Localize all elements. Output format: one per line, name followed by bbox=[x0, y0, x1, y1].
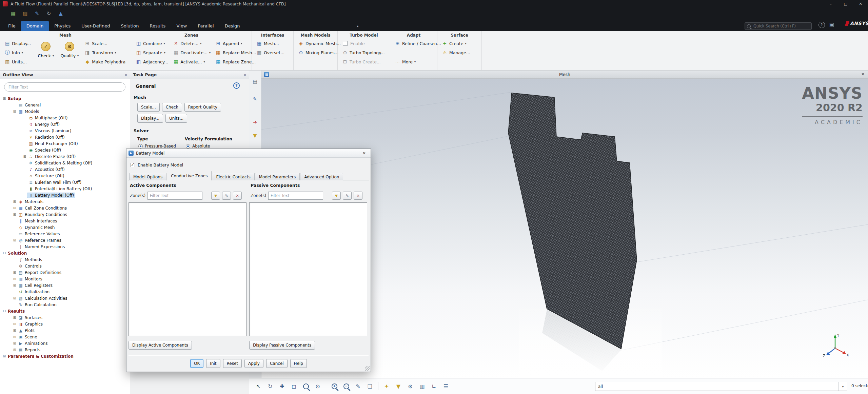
tree-item-eulerian-wall-film-off[interactable]: ≣Eulerian Wall Film (Off) bbox=[0, 179, 130, 185]
expand-icon[interactable]: ⊞ bbox=[22, 155, 27, 158]
manage-button[interactable]: ⚠Manage... bbox=[441, 48, 471, 57]
collapse-icon[interactable]: ⊟ bbox=[2, 251, 7, 255]
expand-icon[interactable]: ⊞ bbox=[12, 271, 17, 274]
tree-item-structure-off[interactable]: ⌂Structure (Off) bbox=[0, 173, 130, 179]
highlight-button[interactable]: ✦ bbox=[381, 381, 392, 391]
units-button[interactable]: Units... bbox=[165, 114, 187, 123]
tree-item-cell-registers[interactable]: ⊞▦Cell Registers bbox=[0, 282, 130, 289]
passive-zones-filter-input[interactable] bbox=[268, 192, 323, 200]
create-button[interactable]: +Create▾ bbox=[441, 39, 471, 48]
expand-icon[interactable]: ⊞ bbox=[12, 341, 17, 345]
tab-parallel[interactable]: Parallel bbox=[192, 21, 219, 31]
tab-physics[interactable]: Physics bbox=[49, 21, 76, 31]
collapse-icon[interactable]: ⊟ bbox=[2, 97, 7, 100]
close-button[interactable]: ✕ bbox=[853, 0, 868, 8]
transform-button[interactable]: ◨Transform▾ bbox=[83, 48, 126, 57]
task-page-collapse-icon[interactable]: « bbox=[243, 72, 246, 77]
enable-battery-model-row[interactable]: Enable Battery Model bbox=[131, 162, 183, 168]
zoom-scale-button[interactable] bbox=[301, 381, 311, 391]
tree-item-mesh-interfaces[interactable]: ∥Mesh Interfaces bbox=[0, 218, 130, 224]
ribbon-collapse-icon[interactable]: ▴ bbox=[353, 21, 363, 31]
chevron-down-icon[interactable]: ▾ bbox=[839, 382, 847, 391]
active-zones-filter-input[interactable] bbox=[147, 192, 202, 200]
quality-button[interactable]: ⚙Quality▾ bbox=[58, 39, 81, 66]
turbo-topology-button[interactable]: ⊙Turbo Topology... bbox=[341, 48, 386, 57]
tree-item-solidification-melting-off[interactable]: ❄Solidification & Melting (Off) bbox=[0, 160, 130, 166]
zoom-window-button[interactable]: ◻ bbox=[289, 381, 299, 391]
tree-item-methods[interactable]: ∫Methods bbox=[0, 256, 130, 263]
tree-item-animations[interactable]: ⊞▶Animations bbox=[0, 340, 130, 347]
expand-icon[interactable]: ⊞ bbox=[12, 277, 17, 281]
tree-item-parameters-customization[interactable]: ⊞Parameters & Customization bbox=[0, 353, 130, 359]
tree-item-radiation-off[interactable]: ☀Radiation (Off) bbox=[0, 134, 130, 140]
expand-icon[interactable]: ⊞ bbox=[12, 213, 17, 216]
active-components-list[interactable] bbox=[129, 202, 246, 336]
tab-design[interactable]: Design bbox=[219, 21, 245, 31]
tree-item-battery-model-off[interactable]: ▯Battery Model (Off) bbox=[0, 192, 130, 198]
open-folder-button[interactable]: ▨ bbox=[21, 9, 29, 18]
overset-button[interactable]: ▩Overset... bbox=[255, 48, 285, 57]
dialog-tab-conductive-zones[interactable]: Conductive Zones bbox=[167, 171, 212, 180]
expand-icon[interactable]: ⊞ bbox=[12, 200, 17, 203]
tab-results[interactable]: Results bbox=[144, 21, 171, 31]
dynamic-mesh-button[interactable]: ◈Dynamic Mesh... bbox=[297, 39, 342, 48]
panel-layout-icon[interactable]: ▣ bbox=[829, 22, 834, 28]
tree-item-energy-off[interactable]: ↯Energy (Off) bbox=[0, 121, 130, 127]
tree-item-graphics[interactable]: ⊞◨Graphics bbox=[0, 321, 130, 327]
tree-item-acoustics-off[interactable]: ♪Acoustics (Off) bbox=[0, 166, 130, 173]
cancel-button[interactable]: Cancel bbox=[266, 359, 288, 368]
tree-item-setup[interactable]: ⊟Setup bbox=[0, 95, 130, 102]
tree-item-reports[interactable]: ⊞▤Reports bbox=[0, 347, 130, 353]
dialog-tab-advanced-option[interactable]: Advanced Option bbox=[300, 173, 343, 180]
expand-icon[interactable]: ⊞ bbox=[12, 335, 17, 339]
tree-item-dynamic-mesh[interactable]: ◇Dynamic Mesh bbox=[0, 224, 130, 231]
tree-item-multiphase-off[interactable]: ◓Multiphase (Off) bbox=[0, 115, 130, 121]
init-button[interactable]: Init bbox=[206, 359, 220, 368]
tab-file[interactable]: File bbox=[3, 21, 21, 31]
tree-item-heat-exchanger-off[interactable]: ▥Heat Exchanger (Off) bbox=[0, 140, 130, 147]
tab-view[interactable]: View bbox=[171, 21, 192, 31]
dialog-titlebar[interactable]: ▶ Battery Model ✕ bbox=[126, 149, 371, 158]
tree-item-results[interactable]: ⊟Results bbox=[0, 308, 130, 314]
tree-item-calculation-activities[interactable]: ⊞▧Calculation Activities bbox=[0, 295, 130, 301]
separate-button[interactable]: ◫Separate▾ bbox=[135, 48, 169, 57]
more-button[interactable]: ⋯More▾ bbox=[394, 57, 442, 66]
minimize-button[interactable]: – bbox=[823, 0, 838, 8]
activate-button[interactable]: ▦Activate...▾ bbox=[172, 57, 212, 66]
expand-icon[interactable]: ⊞ bbox=[12, 206, 17, 210]
pen-button[interactable]: ✎ bbox=[33, 9, 41, 18]
dialog-close-icon[interactable]: ✕ bbox=[360, 151, 369, 156]
tree-filter-input[interactable] bbox=[4, 82, 125, 92]
tree-item-potential-li-ion-battery-off[interactable]: ▮Potential/Li-ion Battery (Off) bbox=[0, 185, 130, 192]
tree-item-initialization[interactable]: ↺Initialization bbox=[0, 289, 130, 295]
display-passive-components-button[interactable]: Display Passive Components bbox=[249, 341, 315, 350]
expand-icon[interactable]: ⊞ bbox=[12, 322, 17, 326]
rotate-view-button[interactable]: ↻ bbox=[265, 381, 275, 391]
quick-search[interactable] bbox=[745, 22, 812, 30]
help-button[interactable]: Help bbox=[290, 359, 307, 368]
tree-item-discrete-phase-off[interactable]: ⊞∴Discrete Phase (Off) bbox=[0, 153, 130, 160]
tree-item-report-definitions[interactable]: ⊞▤Report Definitions bbox=[0, 269, 130, 276]
fit-view-button[interactable]: ⊙ bbox=[313, 381, 323, 391]
graphics-close-icon[interactable]: ✕ bbox=[861, 72, 865, 77]
tree-item-surfaces[interactable]: ⊞◪Surfaces bbox=[0, 314, 130, 321]
calculator-button[interactable]: ▦ bbox=[9, 9, 18, 18]
tree-item-run-calculation[interactable]: ↻Run Calculation bbox=[0, 301, 130, 308]
tree-item-viscous-laminar[interactable]: ≋Viscous (Laminar) bbox=[0, 127, 130, 134]
expand-icon[interactable]: ⊞ bbox=[2, 354, 7, 358]
pan-view-button[interactable]: ✚ bbox=[277, 381, 287, 391]
edit-page-button[interactable]: ✎ bbox=[251, 95, 259, 103]
check-button[interactable]: ✓Check▾ bbox=[35, 39, 57, 66]
tab-domain[interactable]: Domain bbox=[21, 21, 49, 31]
active-zones-filter-edit-button[interactable]: ✎ bbox=[222, 192, 231, 200]
passive-zones-filter-clear-button[interactable]: ✕ bbox=[354, 192, 362, 200]
collapse-icon[interactable]: ⊟ bbox=[2, 309, 7, 313]
expand-icon[interactable]: ⊞ bbox=[12, 316, 17, 319]
mesh-button[interactable]: ▦Mesh... bbox=[255, 39, 285, 48]
expand-icon[interactable]: ⊞ bbox=[12, 283, 17, 287]
select-pointer-button[interactable]: ↖ bbox=[253, 381, 263, 391]
dialog-tab-model-parameters[interactable]: Model Parameters bbox=[255, 173, 300, 180]
surface-filter-select[interactable]: all ▾ bbox=[595, 382, 847, 391]
scale-button[interactable]: Scale... bbox=[137, 103, 160, 112]
tree-item-reference-frames[interactable]: ⊞◎Reference Frames bbox=[0, 237, 130, 243]
